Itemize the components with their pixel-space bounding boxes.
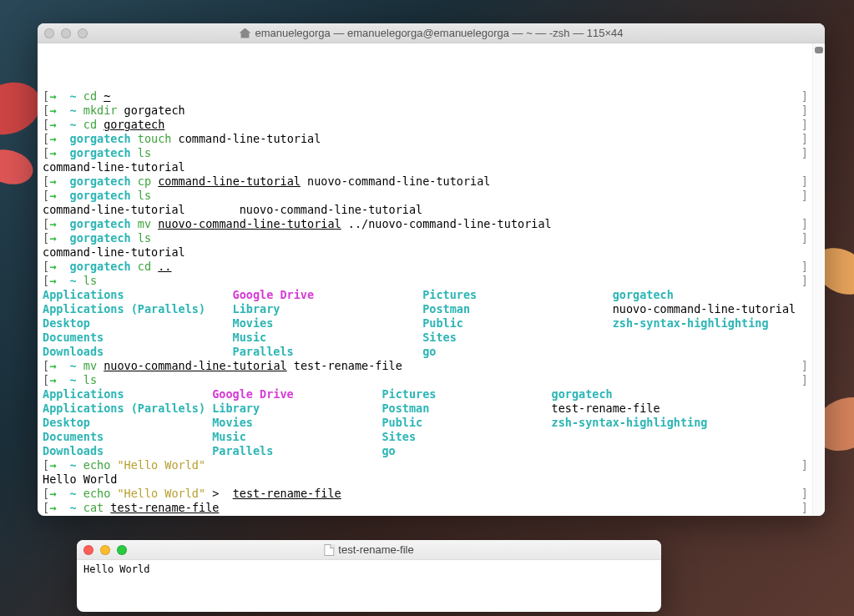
- terminal-title-text: emanuelegorga — emanuelegorga@emanuelego…: [255, 27, 623, 39]
- textedit-titlebar[interactable]: test-rename-file: [77, 540, 661, 560]
- terminal-line: [→ ~ echo "Hello World" > test-rename-fi…: [43, 487, 820, 501]
- terminal-output: Hello World: [43, 472, 820, 487]
- terminal-output: command-line-tutorial: [43, 245, 820, 260]
- scrollbar-track[interactable]: [812, 43, 825, 516]
- bg-leaf: [0, 144, 37, 189]
- terminal-output: command-line-tutorial: [43, 160, 820, 174]
- minimize-button[interactable]: [100, 545, 110, 555]
- document-icon: [324, 544, 334, 556]
- traffic-lights: [83, 545, 127, 555]
- textedit-title: test-rename-file: [324, 543, 413, 556]
- traffic-lights: [44, 28, 88, 38]
- close-button[interactable]: [44, 28, 54, 38]
- terminal-line: [→ gorgatech mv nuovo-command-line-tutor…: [43, 217, 820, 231]
- textedit-window[interactable]: test-rename-file Hello World: [77, 540, 661, 612]
- terminal-output: command-line-tutorial nuovo-command-line…: [43, 203, 820, 217]
- terminal-title: emanuelegorga — emanuelegorga@emanuelego…: [239, 27, 623, 39]
- terminal-ls-row: Applications (Parallels)LibraryPostmannu…: [43, 302, 820, 316]
- terminal-line: [→ gorgatech ls]: [43, 146, 820, 160]
- terminal-titlebar[interactable]: emanuelegorga — emanuelegorga@emanuelego…: [38, 23, 825, 43]
- terminal-line: [→ ~ mkdir gorgatech]: [43, 104, 820, 118]
- terminal-line: [→ ~ ls]: [43, 274, 820, 288]
- terminal-ls-row: DownloadsParallelsgo: [43, 444, 820, 458]
- terminal-line: [→ ~ mv nuovo-command-line-tutorial test…: [43, 359, 820, 373]
- terminal-ls-row: ApplicationsGoogle DrivePicturesgorgatec…: [43, 387, 820, 401]
- textedit-title-text: test-rename-file: [338, 543, 413, 556]
- terminal-line: [→ ~ cat test-rename-file]: [43, 501, 820, 515]
- terminal-line: [→ gorgatech cd ..]: [43, 260, 820, 274]
- terminal-ls-row: ApplicationsGoogle DrivePicturesgorgatec…: [43, 288, 820, 302]
- terminal-window[interactable]: emanuelegorga — emanuelegorga@emanuelego…: [38, 23, 825, 516]
- close-button[interactable]: [83, 545, 93, 555]
- terminal-line: [→ ~ cd ~]: [43, 89, 820, 104]
- terminal-line: [→ gorgatech cp command-line-tutorial nu…: [43, 174, 820, 189]
- terminal-ls-row: Applications (Parallels)LibraryPostmante…: [43, 401, 820, 416]
- terminal-ls-row: DesktopMoviesPubliczsh-syntax-highlighti…: [43, 316, 820, 331]
- terminal-line: [→ gorgatech ls]: [43, 231, 820, 245]
- terminal-ls-row: DesktopMoviesPubliczsh-syntax-highlighti…: [43, 416, 820, 430]
- terminal-body[interactable]: [→ ~ cd ~][→ ~ mkdir gorgatech][→ ~ cd g…: [38, 43, 825, 516]
- terminal-line: [→ ~ cd gorgatech]: [43, 118, 820, 132]
- terminal-line: [→ gorgatech touch command-line-tutorial…: [43, 132, 820, 146]
- terminal-line: [→ ~ ls]: [43, 373, 820, 387]
- scrollbar-thumb[interactable]: [815, 47, 823, 53]
- zoom-button[interactable]: [117, 545, 127, 555]
- terminal-ls-row: DownloadsParallelsgo: [43, 345, 820, 359]
- terminal-ls-row: DocumentsMusicSites: [43, 331, 820, 345]
- home-icon: [239, 28, 250, 38]
- terminal-line: [→ gorgatech ls]: [43, 189, 820, 203]
- textedit-body[interactable]: Hello World: [77, 560, 661, 578]
- minimize-button[interactable]: [61, 28, 71, 38]
- terminal-output: Hello World: [43, 515, 820, 516]
- terminal-line: [→ ~ echo "Hello World"]: [43, 458, 820, 472]
- terminal-ls-row: DocumentsMusicSites: [43, 430, 820, 444]
- zoom-button[interactable]: [78, 28, 88, 38]
- textedit-content: Hello World: [83, 563, 149, 575]
